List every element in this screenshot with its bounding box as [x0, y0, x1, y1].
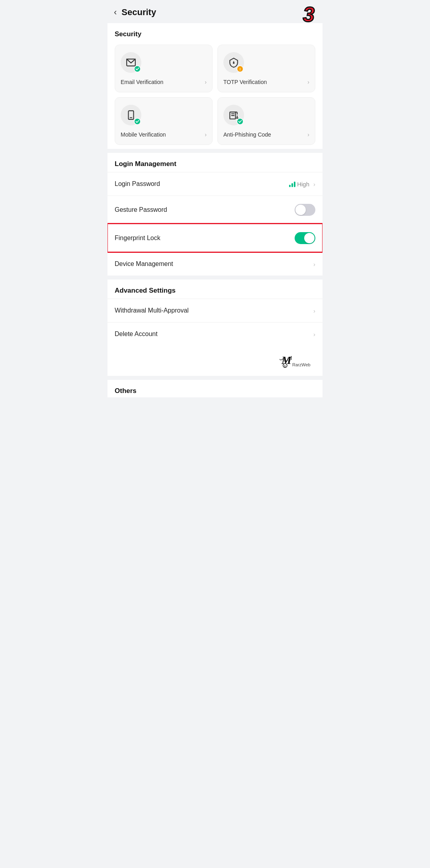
delete-account-item[interactable]: Delete Account ›: [108, 322, 322, 346]
security-grid: Email Verification › !: [115, 45, 315, 145]
security-section: Security Email Verification: [108, 23, 322, 149]
device-management-item[interactable]: Device Management ›: [108, 252, 322, 276]
email-chevron-icon: ›: [205, 78, 207, 86]
delete-account-label: Delete Account: [115, 330, 158, 338]
totp-chevron-icon: ›: [307, 78, 309, 86]
gesture-password-right: [295, 204, 315, 216]
svg-text:!: !: [240, 67, 241, 71]
strength-indicator: [289, 181, 295, 187]
check-icon: [135, 119, 139, 123]
gesture-password-item[interactable]: Gesture Password: [108, 195, 322, 224]
mobile-verification-item[interactable]: Mobile Verification ›: [115, 97, 213, 145]
totp-verification-item[interactable]: ! TOTP Verification ›: [217, 45, 315, 92]
page-title: Security: [121, 7, 156, 18]
advanced-settings-title: Advanced Settings: [108, 280, 322, 299]
email-verification-top: [121, 52, 141, 73]
login-password-right: High ›: [289, 181, 315, 188]
svg-rect-4: [129, 111, 134, 119]
delete-account-chevron-icon: ›: [313, 331, 315, 338]
mobile-verification-top: [121, 105, 141, 125]
exclamation-icon: !: [238, 67, 242, 71]
others-section: Others: [108, 380, 322, 397]
gesture-toggle-knob: [295, 205, 306, 215]
login-password-value: High: [289, 181, 309, 188]
gesture-password-label: Gesture Password: [115, 206, 167, 213]
strength-bar-2: [291, 183, 293, 187]
withdrawal-chevron-icon: ›: [313, 307, 315, 314]
device-management-chevron-icon: ›: [313, 261, 315, 268]
email-verification-item[interactable]: Email Verification ›: [115, 45, 213, 92]
fingerprint-lock-right: [295, 232, 315, 244]
header: ‹ Security 3: [108, 0, 322, 23]
antiphishing-chevron-icon: ›: [307, 131, 309, 138]
totp-badge: !: [236, 65, 244, 72]
fingerprint-lock-toggle[interactable]: [295, 232, 315, 244]
anti-phishing-item[interactable]: Anti-Phishing Code ›: [217, 97, 315, 145]
withdrawal-multi-approval-item[interactable]: Withdrawal Multi-Approval ›: [108, 299, 322, 322]
email-badge: [134, 65, 141, 72]
antiphishing-badge: [236, 118, 244, 125]
logo-badge: 3: [303, 4, 315, 25]
device-management-label: Device Management: [115, 260, 173, 268]
fingerprint-lock-label: Fingerprint Lock: [115, 235, 160, 242]
login-management-section: Login Management Login Password High › G…: [108, 153, 322, 276]
watermark-text: M ارزوب RarzWeb $: [280, 349, 315, 370]
back-button[interactable]: ‹: [114, 7, 117, 18]
totp-icon-circle: !: [223, 52, 244, 73]
login-management-title: Login Management: [108, 153, 322, 172]
anti-phishing-label: Anti-Phishing Code ›: [223, 131, 309, 138]
fingerprint-lock-item[interactable]: Fingerprint Lock: [108, 224, 322, 252]
check-icon: [238, 119, 242, 123]
others-label: Others: [108, 380, 322, 397]
watermark: M ارزوب RarzWeb $: [108, 346, 322, 376]
svg-text:RarzWeb: RarzWeb: [292, 362, 311, 367]
mobile-badge: [134, 118, 141, 125]
device-management-right: ›: [312, 261, 315, 268]
totp-verification-top: !: [223, 52, 244, 73]
login-password-item[interactable]: Login Password High ›: [108, 172, 322, 195]
email-verification-label: Email Verification ›: [121, 78, 207, 86]
login-password-chevron-icon: ›: [313, 181, 315, 188]
login-password-label: Login Password: [115, 180, 160, 188]
check-icon: [135, 67, 139, 71]
login-password-strength: High: [297, 181, 309, 188]
anti-phishing-top: [223, 105, 244, 125]
mobile-verification-label: Mobile Verification ›: [121, 131, 207, 138]
strength-bar-1: [289, 185, 291, 187]
advanced-settings-section: Advanced Settings Withdrawal Multi-Appro…: [108, 280, 322, 376]
fingerprint-toggle-knob: [304, 233, 315, 243]
mobile-chevron-icon: ›: [205, 131, 207, 138]
strength-bar-3: [294, 182, 295, 187]
gesture-password-toggle[interactable]: [295, 204, 315, 216]
withdrawal-right: ›: [312, 307, 315, 314]
watermark-logo: M ارزوب RarzWeb $: [280, 349, 315, 369]
security-section-title: Security: [115, 30, 315, 38]
totp-verification-label: TOTP Verification ›: [223, 78, 309, 86]
delete-account-right: ›: [312, 331, 315, 338]
email-icon-circle: [121, 52, 141, 73]
antiphishing-icon-circle: [223, 105, 244, 125]
mobile-icon-circle: [121, 105, 141, 125]
svg-text:ارزوب: ارزوب: [280, 355, 292, 362]
withdrawal-multi-approval-label: Withdrawal Multi-Approval: [115, 307, 189, 314]
svg-text:$: $: [284, 365, 286, 368]
